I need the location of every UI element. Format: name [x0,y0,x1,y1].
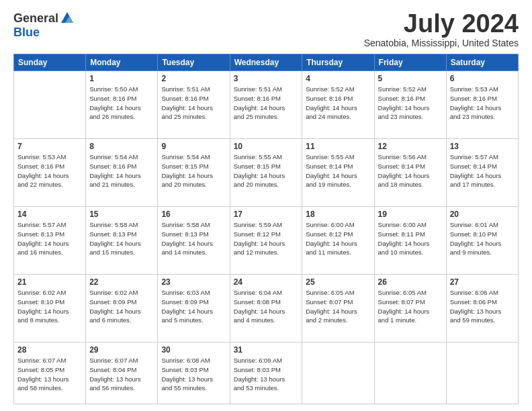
table-row: 13Sunrise: 5:57 AM Sunset: 8:14 PM Dayli… [446,139,518,207]
day-number: 23 [161,277,226,287]
col-wednesday: Wednesday [230,54,302,71]
day-number: 16 [161,210,226,219]
table-row: 20Sunrise: 6:01 AM Sunset: 8:10 PM Dayli… [446,207,518,275]
day-number: 14 [17,210,82,219]
table-row: 15Sunrise: 5:58 AM Sunset: 8:13 PM Dayli… [86,207,158,275]
table-row: 11Sunrise: 5:55 AM Sunset: 8:14 PM Dayli… [302,139,374,207]
day-info: Sunrise: 6:05 AM Sunset: 8:07 PM Dayligh… [306,288,370,325]
table-row: 24Sunrise: 6:04 AM Sunset: 8:08 PM Dayli… [230,275,302,342]
day-info: Sunrise: 5:57 AM Sunset: 8:13 PM Dayligh… [17,220,82,257]
logo: General Blue [13,11,75,40]
day-info: Sunrise: 6:07 AM Sunset: 8:05 PM Dayligh… [17,356,82,393]
calendar-week-4: 21Sunrise: 6:02 AM Sunset: 8:10 PM Dayli… [14,275,519,342]
day-info: Sunrise: 6:09 AM Sunset: 8:03 PM Dayligh… [234,356,299,393]
table-row: 5Sunrise: 5:52 AM Sunset: 8:16 PM Daylig… [374,71,446,139]
day-number: 3 [234,74,299,83]
table-row: 26Sunrise: 6:05 AM Sunset: 8:07 PM Dayli… [374,275,446,342]
table-row [302,342,374,404]
day-info: Sunrise: 5:50 AM Sunset: 8:16 PM Dayligh… [89,85,154,122]
day-number: 8 [89,142,154,151]
day-info: Sunrise: 6:00 AM Sunset: 8:12 PM Dayligh… [306,220,370,257]
col-monday: Monday [86,54,158,71]
col-thursday: Thursday [302,54,374,71]
table-row: 28Sunrise: 6:07 AM Sunset: 8:05 PM Dayli… [14,342,86,404]
day-number: 1 [89,74,154,83]
day-info: Sunrise: 6:02 AM Sunset: 8:09 PM Dayligh… [89,288,154,325]
day-number: 18 [306,210,370,219]
day-info: Sunrise: 5:54 AM Sunset: 8:16 PM Dayligh… [89,152,154,189]
table-row: 31Sunrise: 6:09 AM Sunset: 8:03 PM Dayli… [230,342,302,404]
month-year-title: July 2024 [364,11,519,36]
day-info: Sunrise: 5:57 AM Sunset: 8:14 PM Dayligh… [450,152,515,189]
day-info: Sunrise: 5:58 AM Sunset: 8:13 PM Dayligh… [89,220,154,257]
day-info: Sunrise: 5:51 AM Sunset: 8:16 PM Dayligh… [161,85,226,122]
day-number: 15 [89,210,154,219]
table-row [14,71,86,139]
day-number: 5 [378,74,443,83]
day-number: 21 [17,277,82,287]
table-row: 9Sunrise: 5:54 AM Sunset: 8:15 PM Daylig… [158,139,230,207]
table-row [446,342,518,404]
day-number: 2 [161,74,226,83]
day-number: 27 [450,277,515,287]
day-number: 20 [450,210,515,219]
day-number: 13 [450,142,515,151]
day-info: Sunrise: 5:55 AM Sunset: 8:15 PM Dayligh… [234,152,299,189]
day-info: Sunrise: 5:52 AM Sunset: 8:16 PM Dayligh… [378,85,443,122]
day-info: Sunrise: 6:08 AM Sunset: 8:03 PM Dayligh… [161,356,226,393]
table-row: 8Sunrise: 5:54 AM Sunset: 8:16 PM Daylig… [86,139,158,207]
day-info: Sunrise: 6:02 AM Sunset: 8:10 PM Dayligh… [17,288,82,325]
table-row: 30Sunrise: 6:08 AM Sunset: 8:03 PM Dayli… [158,342,230,404]
table-row: 25Sunrise: 6:05 AM Sunset: 8:07 PM Dayli… [302,275,374,342]
col-sunday: Sunday [14,54,86,71]
day-info: Sunrise: 5:52 AM Sunset: 8:16 PM Dayligh… [306,85,370,122]
calendar-table: Sunday Monday Tuesday Wednesday Thursday… [13,54,519,404]
table-row: 27Sunrise: 6:06 AM Sunset: 8:06 PM Dayli… [446,275,518,342]
table-row: 6Sunrise: 5:53 AM Sunset: 8:16 PM Daylig… [446,71,518,139]
calendar-header-row: Sunday Monday Tuesday Wednesday Thursday… [14,54,519,71]
day-number: 7 [17,142,82,151]
table-row: 16Sunrise: 5:58 AM Sunset: 8:13 PM Dayli… [158,207,230,275]
logo-general: General [13,11,58,26]
day-info: Sunrise: 6:04 AM Sunset: 8:08 PM Dayligh… [234,288,299,325]
day-number: 6 [450,74,515,83]
col-saturday: Saturday [446,54,518,71]
logo-icon [60,11,75,26]
day-info: Sunrise: 6:07 AM Sunset: 8:04 PM Dayligh… [89,356,154,393]
day-number: 22 [89,277,154,287]
day-number: 25 [306,277,370,287]
table-row: 12Sunrise: 5:56 AM Sunset: 8:14 PM Dayli… [374,139,446,207]
day-info: Sunrise: 6:03 AM Sunset: 8:09 PM Dayligh… [161,288,226,325]
day-info: Sunrise: 5:51 AM Sunset: 8:16 PM Dayligh… [234,85,299,122]
day-number: 31 [234,345,299,355]
table-row: 10Sunrise: 5:55 AM Sunset: 8:15 PM Dayli… [230,139,302,207]
col-tuesday: Tuesday [158,54,230,71]
table-row [374,342,446,404]
day-info: Sunrise: 5:53 AM Sunset: 8:16 PM Dayligh… [450,85,515,122]
day-info: Sunrise: 5:56 AM Sunset: 8:14 PM Dayligh… [378,152,443,189]
day-info: Sunrise: 6:06 AM Sunset: 8:06 PM Dayligh… [450,288,515,325]
calendar-week-1: 1Sunrise: 5:50 AM Sunset: 8:16 PM Daylig… [14,71,519,139]
calendar-page: General Blue July 2024 Senatobia, Missis… [0,0,532,411]
table-row: 23Sunrise: 6:03 AM Sunset: 8:09 PM Dayli… [158,275,230,342]
col-friday: Friday [374,54,446,71]
table-row: 29Sunrise: 6:07 AM Sunset: 8:04 PM Dayli… [86,342,158,404]
day-number: 12 [378,142,443,151]
day-number: 29 [89,345,154,355]
day-info: Sunrise: 6:01 AM Sunset: 8:10 PM Dayligh… [450,220,515,257]
table-row: 2Sunrise: 5:51 AM Sunset: 8:16 PM Daylig… [158,71,230,139]
calendar-week-2: 7Sunrise: 5:53 AM Sunset: 8:16 PM Daylig… [14,139,519,207]
table-row: 4Sunrise: 5:52 AM Sunset: 8:16 PM Daylig… [302,71,374,139]
logo-blue: Blue [13,26,40,40]
location-subtitle: Senatobia, Mississippi, United States [364,38,519,48]
table-row: 3Sunrise: 5:51 AM Sunset: 8:16 PM Daylig… [230,71,302,139]
day-number: 24 [234,277,299,287]
table-row: 21Sunrise: 6:02 AM Sunset: 8:10 PM Dayli… [14,275,86,342]
day-number: 9 [161,142,226,151]
day-number: 30 [161,345,226,355]
day-info: Sunrise: 5:53 AM Sunset: 8:16 PM Dayligh… [17,152,82,189]
day-number: 10 [234,142,299,151]
day-info: Sunrise: 6:05 AM Sunset: 8:07 PM Dayligh… [378,288,443,325]
day-number: 17 [234,210,299,219]
table-row: 14Sunrise: 5:57 AM Sunset: 8:13 PM Dayli… [14,207,86,275]
